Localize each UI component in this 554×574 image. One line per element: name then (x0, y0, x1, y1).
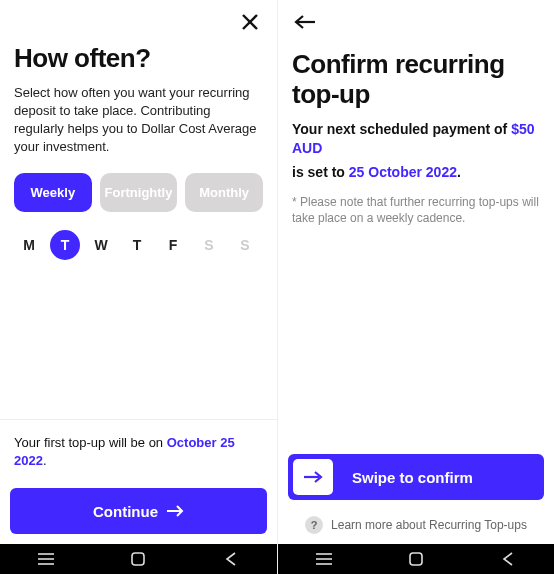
back-button[interactable] (292, 9, 318, 35)
set-date-prefix: is set to (292, 164, 349, 180)
topbar (0, 0, 277, 44)
arrow-right-icon (303, 471, 323, 483)
screen-confirm-topup: Confirm recurring top-up Your next sched… (277, 0, 554, 574)
swipe-confirm-button[interactable]: Swipe to confirm (288, 454, 544, 500)
swipe-label: Swipe to confirm (338, 469, 544, 486)
cadence-note: * Please note that further recurring top… (278, 194, 554, 228)
next-payment-line: Your next scheduled payment of $50 AUD (278, 120, 554, 162)
day-friday[interactable]: F (158, 230, 188, 260)
android-navbar (0, 544, 277, 574)
first-topup-suffix: . (43, 453, 47, 468)
first-topup-prefix: Your first top-up will be on (14, 435, 167, 450)
page-title: Confirm recurring top-up (278, 44, 554, 120)
swipe-thumb[interactable] (293, 459, 333, 495)
frequency-weekly[interactable]: Weekly (14, 173, 92, 212)
back-arrow-icon (294, 15, 316, 29)
nav-home[interactable] (396, 549, 436, 569)
frequency-monthly[interactable]: Monthly (185, 173, 263, 212)
day-sunday: S (230, 230, 260, 260)
learn-more-link[interactable]: ? Learn more about Recurring Top-ups (278, 510, 554, 544)
screen-how-often: How often? Select how often you want you… (0, 0, 277, 574)
svg-rect-12 (410, 553, 422, 565)
arrow-right-icon (166, 505, 184, 517)
nav-back[interactable] (488, 549, 528, 569)
day-wednesday[interactable]: W (86, 230, 116, 260)
day-monday[interactable]: M (14, 230, 44, 260)
day-thursday[interactable]: T (122, 230, 152, 260)
next-payment-prefix: Your next scheduled payment of (292, 121, 511, 137)
close-icon (240, 12, 260, 32)
day-tuesday[interactable]: T (50, 230, 80, 260)
topbar (278, 0, 554, 44)
continue-button[interactable]: Continue (10, 488, 267, 534)
page-title: How often? (0, 44, 277, 84)
android-navbar (278, 544, 554, 574)
nav-home[interactable] (118, 549, 158, 569)
question-icon: ? (305, 516, 323, 534)
set-date-line: is set to 25 October 2022. (278, 162, 554, 194)
nav-back[interactable] (211, 549, 251, 569)
continue-label: Continue (93, 503, 158, 520)
close-button[interactable] (237, 9, 263, 35)
nav-recent[interactable] (304, 549, 344, 569)
day-selector: M T W T F S S (0, 230, 277, 260)
learn-more-label: Learn more about Recurring Top-ups (331, 518, 527, 532)
page-description: Select how often you want your recurring… (0, 84, 277, 173)
nav-recent[interactable] (26, 549, 66, 569)
set-date-suffix: . (457, 164, 461, 180)
frequency-selector: Weekly Fortnightly Monthly (0, 173, 277, 230)
set-date-value: 25 October 2022 (349, 164, 457, 180)
svg-rect-6 (132, 553, 144, 565)
first-topup-note: Your first top-up will be on October 25 … (0, 419, 277, 488)
day-saturday: S (194, 230, 224, 260)
frequency-fortnightly[interactable]: Fortnightly (100, 173, 178, 212)
